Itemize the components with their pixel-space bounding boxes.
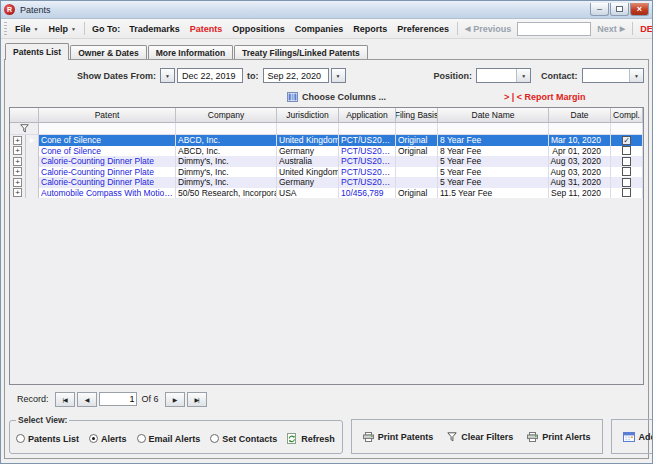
- expand-row-button[interactable]: +: [13, 157, 22, 166]
- menu-item-reports[interactable]: Reports: [348, 22, 392, 36]
- patent-link[interactable]: Cone of Silence: [41, 135, 101, 145]
- next-record-button[interactable]: ▶: [165, 392, 185, 407]
- from-date-picker[interactable]: ▼ Dec 22, 2019: [160, 68, 243, 83]
- menu-item-companies[interactable]: Companies: [290, 22, 349, 36]
- row-selector-cell[interactable]: [26, 177, 39, 188]
- menu-item-preferences[interactable]: Preferences: [392, 22, 454, 36]
- column-header-company[interactable]: Company: [176, 108, 277, 123]
- table-row[interactable]: +Calorie-Counting Dinner PlateDimmy's, I…: [10, 167, 643, 178]
- choose-columns-button[interactable]: Choose Columns ...: [287, 92, 386, 102]
- table-row[interactable]: +▶Cone of SilenceABCD, Inc.United Kingdo…: [10, 135, 643, 146]
- column-header-filing-basis[interactable]: Filing Basis: [396, 108, 438, 123]
- column-header-patent[interactable]: Patent: [39, 108, 176, 123]
- expand-row-button[interactable]: +: [13, 136, 22, 145]
- completed-checkbox[interactable]: [622, 167, 631, 176]
- record-search-input[interactable]: [517, 22, 591, 36]
- chevron-down-icon[interactable]: ▼: [160, 68, 175, 83]
- view-radio-set-contacts[interactable]: Set Contacts: [210, 434, 277, 444]
- expand-row-button[interactable]: +: [13, 188, 22, 197]
- filter-cell[interactable]: [39, 123, 176, 135]
- patent-link[interactable]: Cone of Silence: [41, 146, 101, 156]
- column-header-date[interactable]: Date: [549, 108, 611, 123]
- grid-filter-button[interactable]: [10, 123, 39, 135]
- company-cell: ABCD, Inc.: [176, 135, 277, 146]
- row-selector-cell[interactable]: [26, 146, 39, 157]
- first-record-button[interactable]: |◀: [55, 392, 75, 407]
- menu-file[interactable]: File▼: [10, 22, 43, 36]
- patent-link[interactable]: Calorie-Counting Dinner Plate: [41, 167, 154, 177]
- row-selector-cell[interactable]: [26, 188, 39, 199]
- row-selector-cell[interactable]: [26, 167, 39, 178]
- expand-row-button[interactable]: +: [13, 178, 22, 187]
- filter-cell[interactable]: [611, 123, 643, 135]
- patent-link[interactable]: Calorie-Counting Dinner Plate: [41, 156, 154, 166]
- row-selector-cell[interactable]: [26, 156, 39, 167]
- previous-record-button[interactable]: ◀: [77, 392, 97, 407]
- column-header-application[interactable]: Application: [339, 108, 396, 123]
- print-patents-button[interactable]: Print Patents: [362, 431, 435, 443]
- application-link[interactable]: PCT/US2004/860...: [341, 146, 393, 156]
- chevron-down-icon[interactable]: ▼: [516, 69, 530, 82]
- to-date-value[interactable]: Sep 22, 2020: [263, 68, 329, 83]
- application-link[interactable]: PCT/US2007/8976: [341, 177, 393, 187]
- contact-select[interactable]: ▼: [582, 68, 644, 83]
- tab-patents-list[interactable]: Patents List: [5, 43, 69, 60]
- application-link[interactable]: PCT/US2004/860...: [341, 135, 393, 145]
- previous-button[interactable]: ◀ Previous: [461, 24, 515, 34]
- filter-cell[interactable]: [339, 123, 396, 135]
- application-link[interactable]: PCT/US2007/8976: [341, 167, 393, 177]
- completed-checkbox[interactable]: [622, 146, 631, 155]
- clear-filters-button[interactable]: Clear Filters: [446, 431, 514, 443]
- expand-row-button[interactable]: +: [13, 146, 22, 155]
- chevron-down-icon[interactable]: ▼: [629, 69, 643, 82]
- menu-item-oppositions[interactable]: Oppositions: [227, 22, 290, 36]
- refresh-button[interactable]: Refresh: [286, 432, 336, 445]
- table-row[interactable]: +Cone of SilenceABCD, Inc.GermanyPCT/US2…: [10, 146, 643, 157]
- report-margin-label[interactable]: > | < Report Margin: [504, 92, 586, 102]
- view-radio-email-alerts[interactable]: Email Alerts: [137, 434, 201, 444]
- next-button[interactable]: Next ▶: [593, 24, 629, 34]
- add-to-outlook-button[interactable]: Add to Outlook: [622, 431, 653, 443]
- completed-checkbox[interactable]: [622, 157, 631, 166]
- company-cell: Dimmy's, Inc.: [176, 167, 277, 178]
- menu-item-patents[interactable]: Patents: [185, 22, 228, 36]
- filter-cell[interactable]: [176, 123, 277, 135]
- column-header-date-name[interactable]: Date Name: [438, 108, 549, 123]
- close-button[interactable]: ×: [630, 3, 649, 16]
- filter-cell[interactable]: [438, 123, 549, 135]
- expand-row-button[interactable]: +: [13, 167, 22, 176]
- patent-link[interactable]: Automobile Compass With Motion Sensor ..…: [41, 188, 173, 198]
- table-row[interactable]: +Calorie-Counting Dinner PlateDimmy's, I…: [10, 156, 643, 167]
- table-row[interactable]: +Automobile Compass With Motion Sensor .…: [10, 188, 643, 199]
- minimize-button[interactable]: –: [590, 3, 609, 16]
- from-date-value[interactable]: Dec 22, 2019: [177, 68, 243, 83]
- view-radio-alerts[interactable]: Alerts: [89, 434, 127, 444]
- filter-cell[interactable]: [396, 123, 438, 135]
- table-row[interactable]: +Calorie-Counting Dinner PlateDimmy's, I…: [10, 177, 643, 188]
- patent-link[interactable]: Calorie-Counting Dinner Plate: [41, 177, 154, 187]
- filter-cell[interactable]: [277, 123, 339, 135]
- chevron-down-icon[interactable]: ▼: [331, 68, 346, 83]
- column-header-compl[interactable]: Compl.: [611, 108, 643, 123]
- position-select[interactable]: ▼: [476, 68, 531, 83]
- completed-checkbox[interactable]: ✓: [622, 136, 631, 145]
- current-record-input[interactable]: [99, 392, 137, 406]
- completed-checkbox[interactable]: [622, 178, 631, 187]
- tab-more-information[interactable]: More Information: [148, 45, 233, 59]
- print-alerts-button[interactable]: Print Alerts: [526, 431, 591, 443]
- view-radio-patents-list[interactable]: Patents List: [16, 434, 79, 444]
- filter-cell[interactable]: [549, 123, 611, 135]
- row-selector-cell[interactable]: ▶: [26, 135, 39, 146]
- menu-help[interactable]: Help▼: [43, 22, 80, 36]
- menu-item-trademarks[interactable]: Trademarks: [124, 22, 185, 36]
- restore-button[interactable]: [610, 3, 629, 16]
- to-date-picker[interactable]: Sep 22, 2020 ▼: [263, 68, 346, 83]
- tab-treaty-filings-linked-patents[interactable]: Treaty Filings/Linked Patents: [234, 45, 368, 59]
- tab-owner-dates[interactable]: Owner & Dates: [70, 45, 146, 59]
- completed-checkbox[interactable]: [622, 188, 631, 197]
- application-link[interactable]: PCT/US2007/8976: [341, 156, 393, 166]
- last-record-button[interactable]: ▶|: [187, 392, 207, 407]
- application-cell: PCT/US2004/860...: [339, 135, 396, 146]
- application-link[interactable]: 10/456,789: [341, 188, 384, 198]
- column-header-jurisdiction[interactable]: Jurisdiction: [277, 108, 339, 123]
